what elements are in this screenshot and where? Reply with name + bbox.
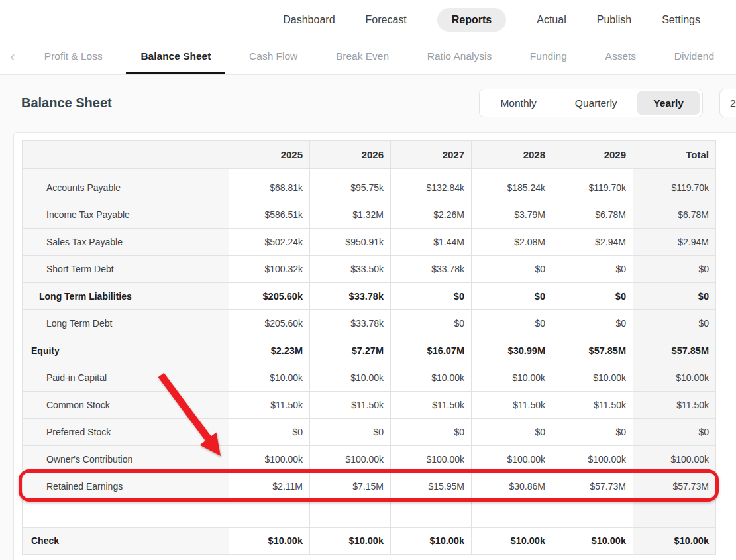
cell-value: $10.00k — [229, 528, 310, 555]
header-row: 20252026202720282029Total — [23, 141, 716, 169]
cell-value: $10.00k — [633, 364, 716, 392]
row-label: Accounts Payable — [23, 174, 229, 201]
spacer-cell — [472, 169, 552, 174]
tab-profit-loss[interactable]: Profit & Loss — [30, 40, 117, 74]
cell-value: $10.00k — [552, 528, 633, 555]
row-label: Preferred Stock — [23, 419, 229, 446]
tab-balance-sheet[interactable]: Balance Sheet — [126, 40, 225, 74]
cell-value: $119.70k — [552, 174, 633, 201]
cell-value: $10.00k — [472, 364, 552, 392]
row-label — [23, 500, 229, 528]
cell-value: $2.08M — [472, 229, 552, 256]
cell-value: $0 — [552, 310, 633, 337]
row-label: Retained Earnings — [23, 473, 229, 500]
cell-value: $2.23M — [229, 337, 310, 364]
table-header: 20252026202720282029Total — [23, 141, 716, 169]
nav-item-dashboard[interactable]: Dashboard — [283, 14, 335, 26]
cell-value: $950.91k — [310, 229, 391, 256]
cell-value: $100.00k — [391, 446, 472, 473]
table-row: Preferred Stock$0$0$0$0$0$0 — [23, 419, 716, 446]
cell-value: $1.44M — [391, 229, 472, 256]
table-row: Short Term Debt$100.32k$33.50k$33.78k$0$… — [23, 256, 716, 283]
cell-value: $0 — [552, 419, 633, 446]
cell-value: $10.00k — [310, 528, 391, 555]
nav-item-forecast[interactable]: Forecast — [366, 14, 407, 26]
nav-item-settings[interactable]: Settings — [662, 14, 700, 26]
cell-value: $15.95M — [391, 473, 472, 500]
tab-assets[interactable]: Assets — [591, 40, 651, 74]
table-row: Income Tax Payable$586.51k$1.32M$2.26M$3… — [23, 201, 716, 229]
cell-value: $10.00k — [391, 528, 472, 555]
cell-value: $11.50k — [633, 392, 716, 419]
toggle-yearly[interactable]: Yearly — [637, 91, 700, 115]
nav-item-publish[interactable]: Publish — [597, 14, 631, 26]
header-year-cell: 2028 — [472, 141, 552, 169]
table-body: Accounts Payable$68.81k$95.75k$132.84k$1… — [23, 169, 716, 555]
cell-value: $100.00k — [633, 446, 716, 473]
tab-cash-flow[interactable]: Cash Flow — [235, 40, 312, 74]
tab-funding[interactable]: Funding — [515, 40, 582, 74]
cell-value: $0 — [472, 419, 552, 446]
spacer-cell — [310, 169, 391, 174]
toggle-monthly[interactable]: Monthly — [480, 89, 557, 117]
cell-value: $57.73M — [552, 473, 633, 500]
row-label: Short Term Debt — [23, 256, 229, 283]
cell-value — [310, 500, 391, 528]
cell-value: $205.60k — [229, 310, 310, 337]
tab-dividend[interactable]: Dividend — [660, 40, 729, 74]
cell-value: $7.27M — [310, 337, 391, 364]
table-row — [23, 500, 716, 528]
period-toggle: Monthly Quarterly Yearly — [479, 89, 703, 117]
balance-sheet-table: 20252026202720282029Total Accounts Payab… — [22, 140, 716, 555]
cell-value: $7.15M — [310, 473, 391, 500]
cell-value: $0 — [310, 419, 391, 446]
spacer-cell — [391, 169, 472, 174]
table-row: Check$10.00k$10.00k$10.00k$10.00k$10.00k… — [23, 528, 716, 555]
table-row: Long Term Liabilities$205.60k$33.78k$0$0… — [23, 283, 716, 310]
row-label: Income Tax Payable — [23, 201, 229, 229]
cell-value: $119.70k — [633, 174, 716, 201]
table-row: Common Stock$11.50k$11.50k$11.50k$11.50k… — [23, 392, 716, 419]
cell-value: $16.07M — [391, 337, 472, 364]
cell-value: $10.00k — [472, 528, 552, 555]
app-screen: Dashboard Forecast Reports Actual Publis… — [0, 0, 736, 560]
spacer-cell — [633, 169, 716, 174]
cell-value: $100.00k — [552, 446, 633, 473]
cell-value: $68.81k — [229, 174, 310, 201]
cell-value: $2.94M — [633, 229, 716, 256]
cell-value: $2.94M — [552, 229, 633, 256]
cell-value — [552, 500, 633, 528]
chevron-left-icon[interactable]: ‹ — [0, 40, 25, 74]
cell-value: $2.26M — [391, 201, 472, 229]
toggle-quarterly[interactable]: Quarterly — [557, 89, 635, 117]
cell-value: $100.00k — [310, 446, 391, 473]
cell-value: $11.50k — [391, 392, 472, 419]
row-label: Common Stock — [23, 392, 229, 419]
tab-ratio-analysis[interactable]: Ratio Analysis — [413, 40, 506, 74]
nav-item-actual[interactable]: Actual — [537, 14, 566, 26]
header-year-cell: 2025 — [229, 141, 310, 169]
cell-value: $33.78k — [310, 310, 391, 337]
cell-value: $0 — [472, 256, 552, 283]
cell-value: $0 — [391, 283, 472, 310]
spacer-cell — [23, 169, 229, 174]
cell-value — [633, 500, 716, 528]
cell-value: $0 — [633, 310, 716, 337]
row-label: Paid-in Capital — [23, 364, 229, 392]
cell-value: $3.79M — [472, 201, 552, 229]
year-range-selector[interactable]: 20 — [719, 89, 736, 117]
tab-break-even[interactable]: Break Even — [321, 40, 403, 74]
cell-value: $0 — [472, 310, 552, 337]
clipped-spacer-row — [23, 169, 716, 174]
row-label: Long Term Debt — [23, 310, 229, 337]
cell-value — [391, 500, 472, 528]
cell-value: $11.50k — [229, 392, 310, 419]
cell-value — [229, 500, 310, 528]
header-year-cell: 2027 — [391, 141, 472, 169]
cell-value: $57.73M — [633, 473, 716, 500]
cell-value: $205.60k — [229, 283, 310, 310]
nav-item-reports[interactable]: Reports — [437, 8, 506, 32]
cell-value: $6.78M — [552, 201, 633, 229]
header-year-cell: Total — [633, 141, 716, 169]
table-row: Accounts Payable$68.81k$95.75k$132.84k$1… — [23, 174, 716, 201]
